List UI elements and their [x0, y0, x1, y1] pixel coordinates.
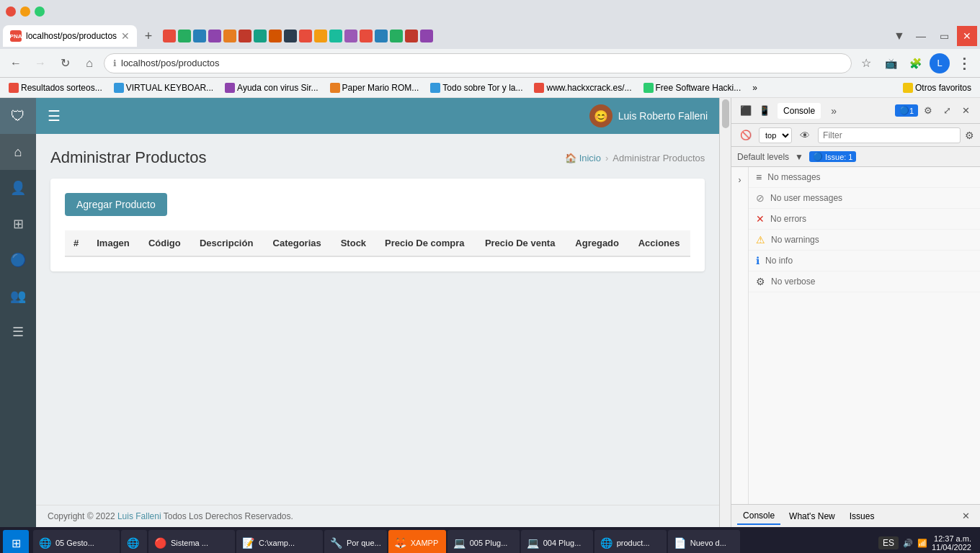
- bookmark-6-favicon: [534, 83, 544, 93]
- devtools-bottom-close-btn[interactable]: ✕: [957, 508, 974, 525]
- forward-button[interactable]: →: [30, 53, 50, 73]
- taskbar-item-7[interactable]: 💻 005 Plug...: [447, 530, 520, 553]
- main-content: ☰ 😊 Luis Roberto Falleni Administrar Pro…: [36, 98, 719, 527]
- tab-title: localhost/pos/productos: [26, 31, 117, 41]
- address-bar[interactable]: ℹ localhost/pos/productos: [104, 53, 852, 73]
- network-icon[interactable]: 📶: [917, 539, 927, 548]
- bookmark-star-button[interactable]: ☆: [856, 53, 876, 73]
- sidebar-item-circle[interactable]: 🔵: [0, 242, 36, 278]
- lang-indicator[interactable]: ES: [878, 536, 899, 549]
- table-header-row: # Imagen Código Descripción Categorias S…: [65, 230, 690, 256]
- console-entry-warnings: ⚠ No warnings: [749, 230, 980, 251]
- user-profile-button[interactable]: L: [930, 53, 950, 73]
- top-level-select[interactable]: top: [759, 127, 792, 143]
- taskbar-item-2[interactable]: 🌐: [121, 530, 147, 553]
- win-restore-btn[interactable]: ▭: [934, 26, 954, 46]
- bookmark-6[interactable]: www.hackxcrack.es/...: [531, 81, 634, 94]
- new-tab-button[interactable]: +: [138, 26, 159, 46]
- sidebar-item-users[interactable]: 👥: [0, 278, 36, 314]
- taskbar-icon-6: 🦊: [394, 537, 406, 549]
- tab-close-icon[interactable]: ✕: [121, 30, 130, 42]
- devtools-issue-count[interactable]: 🔵 1: [895, 104, 918, 117]
- bookmark-1[interactable]: Resultados sorteos...: [6, 81, 105, 94]
- console-entry-messages: ≡ No messages: [749, 167, 980, 188]
- dropdown-btn[interactable]: ▼: [891, 27, 908, 45]
- home-nav-button[interactable]: ⌂: [79, 53, 99, 73]
- devtools-expand-btn[interactable]: ⤢: [938, 102, 956, 120]
- taskbar-label-3: Sistema ...: [171, 539, 208, 547]
- taskbar-item-5[interactable]: 🔧 Por que...: [324, 530, 387, 553]
- bookmark-favicon-17: [405, 30, 418, 42]
- col-categories: Categorias: [264, 230, 332, 256]
- taskbar-item-3[interactable]: 🔴 Sistema ...: [148, 530, 235, 553]
- devtools-more-tabs-btn[interactable]: »: [825, 102, 842, 120]
- devtools-sidebar-expand[interactable]: ›: [733, 173, 747, 187]
- bookmark-5[interactable]: Todo sobre Tor y la...: [427, 81, 525, 94]
- back-button[interactable]: ←: [6, 53, 26, 73]
- taskbar-item-1[interactable]: 🌐 05 Gesto...: [33, 530, 120, 553]
- bookmarks-more-btn[interactable]: »: [749, 81, 760, 94]
- footer-author-link[interactable]: Luis Falleni: [117, 511, 161, 521]
- sidebar-item-grid[interactable]: ⊞: [0, 206, 36, 242]
- otros-favoritos-btn[interactable]: Otros favoritos: [900, 81, 974, 94]
- bookmark-2[interactable]: VIRTUAL KEYBOAR...: [111, 81, 216, 94]
- taskbar-item-4[interactable]: 📝 C:\xamp...: [236, 530, 323, 553]
- warnings-icon: ⚠: [756, 234, 765, 246]
- console-entry-errors: ✕ No errors: [749, 209, 980, 230]
- minimize-btn[interactable]: [20, 6, 30, 17]
- bookmark-3[interactable]: Ayuda con virus Sir...: [222, 81, 321, 94]
- bookmark-favicon-12: [329, 30, 342, 42]
- sidebar-item-home[interactable]: ⌂: [0, 134, 36, 170]
- start-button[interactable]: ⊞: [3, 530, 29, 553]
- sidebar-item-list[interactable]: ☰: [0, 314, 36, 350]
- add-product-button[interactable]: Agregar Producto: [65, 193, 167, 216]
- taskbar-item-8[interactable]: 💻 004 Plug...: [521, 530, 593, 553]
- taskbar-icon-1: 🌐: [39, 537, 51, 549]
- win-close-btn[interactable]: ✕: [957, 26, 977, 46]
- devtools-settings-btn[interactable]: ⚙: [919, 102, 937, 120]
- bookmark-7[interactable]: Free Software Hacki...: [641, 81, 744, 94]
- issue-badge-count: 1: [848, 153, 852, 161]
- close-btn[interactable]: [6, 6, 16, 17]
- devtools-tab-console[interactable]: Console: [778, 103, 821, 119]
- reload-button[interactable]: ↻: [55, 53, 75, 73]
- no-errors-text: No errors: [770, 214, 806, 224]
- scrollbar[interactable]: [719, 98, 731, 527]
- bookmark-1-favicon: [9, 83, 19, 93]
- no-verbose-text: No verbose: [771, 276, 815, 287]
- maximize-btn[interactable]: [35, 6, 45, 17]
- scroll-thumb[interactable]: [722, 99, 729, 128]
- extensions-button[interactable]: 🧩: [905, 53, 925, 73]
- col-code: Código: [140, 230, 191, 256]
- taskbar-item-10[interactable]: 📄 Nuevo d...: [668, 530, 740, 553]
- hamburger-menu[interactable]: ☰: [48, 107, 61, 125]
- devtools-close-btn[interactable]: ✕: [957, 102, 974, 120]
- col-sale-price: Precio De venta: [476, 230, 566, 256]
- devtools-filter-input[interactable]: [818, 127, 961, 143]
- devtools-filter-settings-icon[interactable]: ⚙: [965, 130, 974, 141]
- bookmark-4[interactable]: Paper Mario ROM...: [327, 81, 422, 94]
- devtools-inspect-btn[interactable]: ⬛: [737, 102, 754, 120]
- bottom-tab-issues[interactable]: Issues: [844, 508, 881, 524]
- taskbar-item-6[interactable]: 🦊 XAMPP: [388, 530, 446, 553]
- devtools-clear-btn[interactable]: 🚫: [737, 127, 754, 144]
- win-minimize-btn[interactable]: —: [911, 26, 931, 46]
- devtools-device-btn[interactable]: 📱: [756, 102, 773, 120]
- taskbar-item-9[interactable]: 🌐 product...: [594, 530, 667, 553]
- issue-label-text: Issue:: [825, 153, 846, 161]
- bookmark-favicon-13: [344, 30, 357, 42]
- more-options-button[interactable]: ⋮: [954, 53, 974, 73]
- screen-cast-button[interactable]: 📺: [881, 53, 901, 73]
- user-messages-icon: ⊘: [756, 192, 765, 204]
- bottom-tab-console[interactable]: Console: [737, 508, 780, 525]
- volume-icon[interactable]: 🔊: [903, 539, 913, 548]
- levels-dropdown-icon[interactable]: ▼: [795, 152, 803, 162]
- devtools-eye-btn[interactable]: 👁: [796, 127, 814, 144]
- folder-icon: [903, 83, 913, 93]
- console-tab-label: Console: [783, 106, 815, 116]
- bookmark-7-label: Free Software Hacki...: [656, 83, 741, 93]
- breadcrumb-home[interactable]: 🏠 Inicio: [565, 153, 601, 163]
- bottom-tab-whats-new[interactable]: What's New: [783, 508, 841, 524]
- sidebar-item-user[interactable]: 👤: [0, 170, 36, 206]
- browser-tab[interactable]: PNA localhost/pos/productos ✕: [3, 25, 137, 47]
